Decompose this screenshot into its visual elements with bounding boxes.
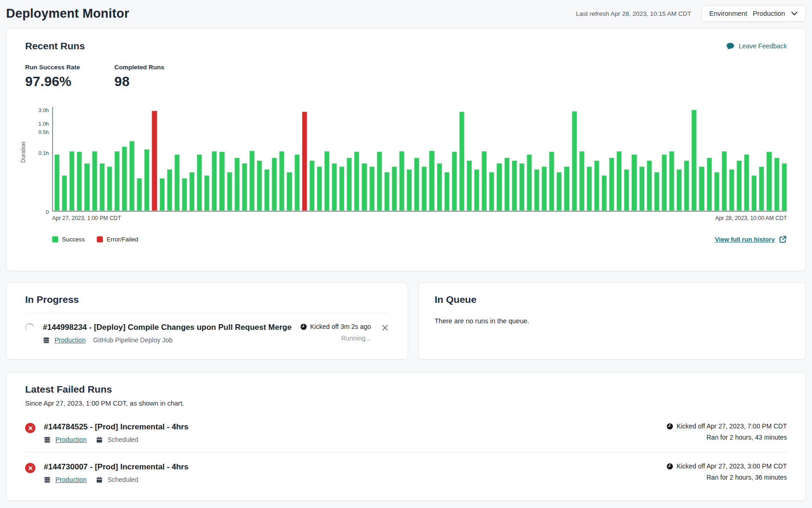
chart-bar-success[interactable] bbox=[129, 141, 134, 211]
chart-bar-success[interactable] bbox=[54, 154, 60, 211]
chart-bar-success[interactable] bbox=[100, 163, 105, 211]
close-icon[interactable] bbox=[381, 324, 389, 332]
chart-bar-success[interactable] bbox=[766, 152, 772, 211]
chart-bar-success[interactable] bbox=[362, 163, 367, 211]
chart-bar-success[interactable] bbox=[107, 167, 112, 211]
view-full-run-history-link[interactable]: View full run history bbox=[715, 235, 787, 243]
chart-bar-success[interactable] bbox=[624, 169, 629, 211]
chart-bar-success[interactable] bbox=[137, 178, 142, 211]
chart-bar-success[interactable] bbox=[684, 160, 689, 211]
chart-bar-success[interactable] bbox=[272, 158, 277, 211]
chart-bar-success[interactable] bbox=[414, 158, 419, 211]
chart-bar-success[interactable] bbox=[729, 169, 734, 211]
chart-bar-success[interactable] bbox=[204, 175, 209, 211]
chart-bar-success[interactable] bbox=[182, 178, 187, 211]
chart-bar-success[interactable] bbox=[354, 152, 359, 211]
chart-bar-success[interactable] bbox=[279, 151, 284, 211]
chart-bar-success[interactable] bbox=[219, 152, 224, 211]
chart-bar-success[interactable] bbox=[737, 160, 742, 211]
chart-bar-success[interactable] bbox=[549, 152, 554, 211]
chart-bar-success[interactable] bbox=[235, 158, 240, 211]
chart-bar-success[interactable] bbox=[467, 160, 472, 211]
chart-bar-success[interactable] bbox=[62, 175, 67, 211]
chart-bar-success[interactable] bbox=[392, 167, 397, 211]
chart-bar-success[interactable] bbox=[422, 167, 427, 211]
chart-bar-success[interactable] bbox=[332, 163, 337, 211]
chart-bar-success[interactable] bbox=[707, 158, 712, 211]
chart-bar-success[interactable] bbox=[774, 158, 779, 211]
chart-bar-success[interactable] bbox=[452, 152, 457, 211]
chart-bar-success[interactable] bbox=[197, 154, 202, 211]
chart-bar-success[interactable] bbox=[564, 167, 569, 211]
chart-bar-success[interactable] bbox=[647, 160, 652, 211]
chart-bar-success[interactable] bbox=[587, 167, 592, 211]
chart-bar-success[interactable] bbox=[114, 151, 120, 211]
chart-bar-success[interactable] bbox=[639, 167, 644, 211]
chart-bar-success[interactable] bbox=[474, 169, 479, 211]
chart-bar-success[interactable] bbox=[212, 151, 217, 211]
chart-bar-success[interactable] bbox=[669, 151, 674, 211]
chart-bar-success[interactable] bbox=[399, 151, 404, 211]
chart-bar-success[interactable] bbox=[407, 169, 412, 211]
chart-bar-success[interactable] bbox=[369, 167, 375, 211]
chart-bar-success[interactable] bbox=[579, 151, 584, 211]
chart-bar-failed[interactable] bbox=[302, 112, 307, 211]
chart-bar-success[interactable] bbox=[699, 167, 704, 211]
chart-bar-success[interactable] bbox=[662, 154, 667, 211]
chart-bar-success[interactable] bbox=[759, 167, 764, 211]
chart-bar-success[interactable] bbox=[504, 158, 510, 211]
environment-link[interactable]: Production bbox=[54, 336, 86, 344]
chart-bar-success[interactable] bbox=[497, 163, 502, 211]
chart-bar-success[interactable] bbox=[339, 167, 344, 211]
chart-bar-success[interactable] bbox=[519, 163, 524, 211]
chart-bar-success[interactable] bbox=[444, 172, 450, 211]
chart-bar-success[interactable] bbox=[317, 167, 322, 211]
chart-bar-success[interactable] bbox=[617, 151, 622, 211]
chart-bar-success[interactable] bbox=[77, 152, 82, 211]
chart-bar-success[interactable] bbox=[264, 169, 269, 211]
chart-bar-success[interactable] bbox=[92, 151, 97, 211]
chart-bar-success[interactable] bbox=[249, 151, 255, 211]
chart-bar-success[interactable] bbox=[602, 175, 607, 211]
chart-bar-success[interactable] bbox=[609, 158, 614, 211]
chart-bar-success[interactable] bbox=[512, 160, 517, 211]
chart-bar-success[interactable] bbox=[295, 154, 300, 211]
environment-link[interactable]: Production bbox=[55, 476, 87, 483]
chart-bar-success[interactable] bbox=[69, 151, 74, 211]
chart-bar-success[interactable] bbox=[714, 172, 719, 211]
chart-bar-success[interactable] bbox=[189, 172, 195, 211]
chart-bar-success[interactable] bbox=[722, 151, 727, 211]
chart-bar-success[interactable] bbox=[242, 163, 247, 211]
chart-bar-success[interactable] bbox=[631, 154, 637, 211]
chart-bar-success[interactable] bbox=[347, 158, 352, 211]
chart-bar-success[interactable] bbox=[437, 163, 442, 211]
environment-link[interactable]: Production bbox=[55, 436, 87, 443]
chart-bar-success[interactable] bbox=[482, 151, 487, 211]
chart-bar-success[interactable] bbox=[691, 110, 697, 211]
leave-feedback-link[interactable]: Leave Feedback bbox=[726, 42, 787, 51]
chart-bar-success[interactable] bbox=[174, 154, 180, 211]
chart-bar-success[interactable] bbox=[167, 169, 172, 211]
chart-bar-success[interactable] bbox=[122, 147, 127, 211]
chart-bar-success[interactable] bbox=[542, 167, 547, 211]
chart-bar-success[interactable] bbox=[782, 163, 787, 211]
chart-bar-success[interactable] bbox=[227, 172, 232, 211]
chart-bar-success[interactable] bbox=[309, 160, 315, 211]
chart-bar-success[interactable] bbox=[144, 149, 149, 211]
chart-bar-success[interactable] bbox=[744, 154, 749, 211]
chart-bar-success[interactable] bbox=[377, 152, 382, 211]
chart-bar-success[interactable] bbox=[384, 172, 389, 211]
chart-bar-success[interactable] bbox=[677, 169, 682, 211]
chart-bar-success[interactable] bbox=[429, 151, 434, 211]
chart-bar-success[interactable] bbox=[257, 160, 262, 211]
chart-bar-success[interactable] bbox=[287, 172, 292, 211]
chart-bar-success[interactable] bbox=[160, 178, 165, 211]
chart-bar-success[interactable] bbox=[459, 112, 464, 211]
chart-bar-success[interactable] bbox=[84, 163, 89, 211]
chart-bar-success[interactable] bbox=[534, 169, 539, 211]
chart-bar-success[interactable] bbox=[594, 160, 599, 211]
chart-bar-success[interactable] bbox=[527, 154, 532, 211]
chart-bar-success[interactable] bbox=[572, 111, 577, 211]
chart-bar-success[interactable] bbox=[489, 172, 494, 211]
chart-bar-success[interactable] bbox=[557, 172, 562, 211]
